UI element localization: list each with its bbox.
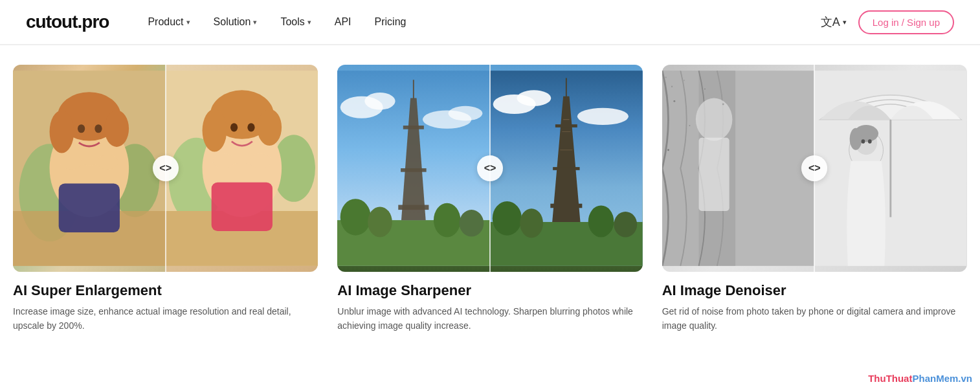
svg-rect-56	[555, 124, 577, 128]
svg-rect-64	[671, 86, 673, 87]
image-before	[337, 65, 490, 272]
chevron-down-icon: ▾	[307, 18, 311, 27]
svg-rect-59	[566, 78, 567, 97]
svg-point-24	[247, 123, 254, 131]
svg-rect-39	[403, 126, 424, 129]
denoiser-before-svg	[662, 65, 815, 272]
svg-rect-65	[684, 80, 685, 81]
card-denoiser: <>	[662, 65, 967, 333]
svg-point-25	[212, 153, 234, 168]
svg-point-8	[104, 110, 129, 147]
after-image-svg	[166, 65, 318, 272]
nav-tools[interactable]: Tools ▾	[280, 16, 311, 28]
svg-point-7	[50, 110, 74, 153]
svg-point-32	[449, 106, 483, 121]
card-desc-enlargement: Increase image size, enhance actual imag…	[13, 304, 318, 333]
card-enlargement: <>	[13, 65, 318, 333]
header: cutout.pro Product ▾ Solution ▾ Tools ▾ …	[0, 0, 980, 45]
svg-point-35	[368, 206, 392, 237]
svg-point-68	[673, 100, 675, 102]
svg-rect-40	[401, 168, 427, 172]
chevron-down-icon: ▾	[843, 18, 847, 27]
image-before	[13, 65, 166, 272]
compare-button[interactable]: <>	[477, 155, 503, 181]
svg-point-12	[96, 155, 118, 170]
svg-point-49	[520, 208, 543, 238]
svg-point-22	[257, 109, 282, 146]
svg-rect-41	[399, 205, 429, 210]
svg-point-69	[689, 125, 690, 126]
nav-solution[interactable]: Solution ▾	[214, 16, 258, 28]
svg-rect-13	[59, 184, 120, 232]
svg-rect-27	[211, 183, 272, 231]
image-before	[662, 65, 815, 272]
svg-rect-57	[553, 167, 579, 170]
svg-point-66	[696, 98, 733, 141]
image-after	[166, 65, 318, 272]
eiffel-before-svg	[337, 65, 490, 272]
svg-point-45	[517, 90, 551, 106]
svg-point-34	[340, 199, 371, 236]
svg-point-51	[614, 212, 637, 238]
svg-point-10	[95, 124, 102, 133]
image-after	[814, 65, 967, 272]
svg-rect-63	[665, 77, 666, 78]
card-title-sharpener: AI Image Sharpener	[337, 282, 642, 299]
nav-api[interactable]: API	[335, 16, 351, 28]
svg-rect-67	[698, 138, 729, 211]
nav-product[interactable]: Product ▾	[148, 16, 190, 28]
svg-point-36	[434, 203, 460, 238]
svg-point-23	[230, 123, 238, 131]
logo[interactable]: cutout.pro	[26, 12, 109, 32]
svg-rect-58	[550, 204, 582, 208]
chevron-down-icon: ▾	[186, 18, 190, 27]
chevron-down-icon: ▾	[253, 18, 257, 27]
card-desc-denoiser: Get rid of noise from photo taken by pho…	[662, 304, 967, 333]
svg-rect-42	[413, 80, 414, 99]
svg-point-21	[202, 109, 227, 152]
card-image-enlargement: <>	[13, 65, 318, 272]
svg-point-48	[493, 201, 522, 236]
cards-grid: <>	[13, 65, 967, 333]
svg-point-78	[850, 128, 862, 150]
main-nav: Product ▾ Solution ▾ Tools ▾ API Pricing	[148, 16, 820, 28]
svg-point-79	[862, 139, 865, 144]
card-image-denoiser: <>	[662, 65, 967, 272]
card-image-sharpener: <>	[337, 65, 642, 272]
svg-point-70	[667, 149, 669, 151]
svg-point-26	[249, 153, 271, 168]
svg-point-46	[577, 108, 629, 125]
denoiser-after-svg	[814, 65, 967, 272]
main-content: <>	[0, 45, 980, 359]
nav-pricing[interactable]: Pricing	[375, 16, 406, 28]
language-selector[interactable]: 文A ▾	[821, 14, 847, 30]
card-desc-sharpener: Unblur image with advanced AI technology…	[337, 304, 642, 333]
svg-point-72	[722, 104, 724, 106]
translate-icon: 文A	[821, 14, 840, 30]
card-title-enlargement: AI Super Enlargement	[13, 282, 318, 299]
login-signup-button[interactable]: Log in / Sign up	[858, 10, 954, 34]
before-image-svg	[13, 65, 166, 272]
svg-point-11	[60, 155, 82, 170]
svg-point-9	[78, 124, 85, 133]
svg-point-50	[588, 206, 614, 238]
compare-button[interactable]: <>	[153, 155, 179, 181]
eiffel-after-svg	[490, 65, 643, 272]
header-right: 文A ▾ Log in / Sign up	[821, 10, 954, 34]
image-after	[490, 65, 643, 272]
svg-point-37	[460, 210, 484, 236]
card-sharpener: <>	[337, 65, 642, 333]
svg-point-71	[704, 89, 706, 90]
compare-button[interactable]: <>	[801, 155, 827, 181]
svg-point-30	[365, 93, 395, 109]
card-title-denoiser: AI Image Denoiser	[662, 282, 967, 299]
svg-point-80	[868, 139, 872, 144]
